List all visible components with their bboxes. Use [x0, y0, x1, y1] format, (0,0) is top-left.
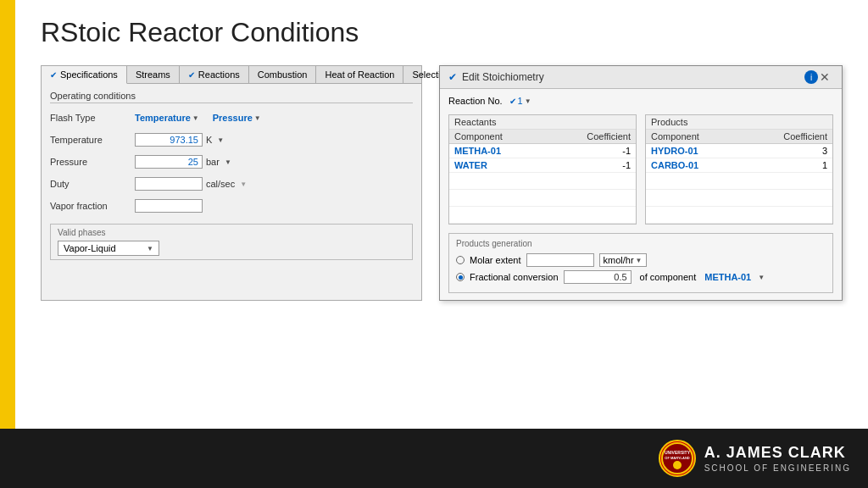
stoichiometry-dialog: ✔ Edit Stoichiometry i ✕ Reaction No. ✔ …: [439, 65, 843, 301]
fractional-conversion-radio[interactable]: [456, 273, 465, 281]
page-title: RStoic Reactor Conditions: [41, 17, 843, 48]
duty-unit-arrow: ▼: [240, 180, 247, 188]
valid-phases-label: Valid phases: [58, 228, 405, 237]
school-main-name: A. JAMES CLARK: [704, 443, 851, 463]
pressure-input[interactable]: [135, 155, 203, 169]
reactant-2-component[interactable]: WATER: [449, 158, 546, 173]
vapor-fraction-input[interactable]: [135, 199, 203, 213]
phases-dropdown[interactable]: Vapor-Liquid ▼: [58, 241, 159, 256]
pressure-unit: bar: [206, 157, 220, 167]
flash-type-value1: Temperature: [135, 113, 191, 123]
check-icon-reactions: ✔: [188, 70, 195, 80]
university-logo: UNIVERSITY OF MARYLAND A. JAMES CLARK SC…: [659, 440, 851, 477]
molar-extent-unit[interactable]: kmol/hr ▼: [599, 253, 647, 267]
left-accent-bar: [0, 0, 15, 488]
close-button[interactable]: ✕: [816, 70, 833, 84]
flash-type-dropdown1[interactable]: Temperature ▼: [135, 113, 199, 123]
table-row-empty1: [646, 173, 832, 190]
flash-type-dropdown2[interactable]: Pressure ▼: [213, 113, 261, 123]
products-group: Products Component Coefficient HYDRO-: [645, 114, 833, 225]
vapor-fraction-label: Vapor fraction: [50, 201, 135, 211]
info-button[interactable]: i: [804, 70, 818, 84]
reactant-2-coefficient: -1: [546, 158, 636, 173]
logo-circle: UNIVERSITY OF MARYLAND: [659, 440, 696, 477]
molar-extent-unit-value: kmol/hr: [604, 255, 634, 265]
table-row-empty2: [449, 190, 636, 207]
product-1-component[interactable]: HYDRO-01: [646, 144, 743, 158]
logo-text: A. JAMES CLARK SCHOOL OF ENGINEERING: [704, 443, 851, 474]
check-icon: ✔: [50, 70, 57, 80]
of-component-label: of component: [640, 272, 697, 282]
svg-text:OF MARYLAND: OF MARYLAND: [665, 456, 690, 460]
reactants-title: Reactants: [449, 115, 636, 130]
duty-label: Duty: [50, 179, 135, 189]
tab-streams[interactable]: Streams: [127, 66, 180, 83]
molar-extent-input[interactable]: [526, 253, 594, 267]
pressure-row: Pressure bar ▼: [50, 152, 413, 171]
panel-content: Operating conditions Flash Type Temperat…: [42, 84, 421, 267]
table-row-empty3: [449, 207, 636, 224]
table-row-empty3: [646, 207, 832, 224]
flash-type-value2: Pressure: [213, 113, 253, 123]
fractional-conversion-input[interactable]: [564, 270, 632, 284]
dialog-content: Reaction No. ✔ 1 ▼ Reactants: [440, 89, 842, 300]
reactants-coefficient-header: Coefficient: [546, 130, 636, 144]
duty-unit: cal/sec: [206, 179, 235, 189]
molar-extent-label: Molar extent: [470, 255, 521, 265]
valid-phases-section: Valid phases Vapor-Liquid ▼: [50, 224, 413, 260]
molar-extent-unit-arrow: ▼: [636, 257, 643, 264]
of-component-value: METHA-01: [704, 272, 751, 282]
reaction-no-label: Reaction No.: [448, 96, 503, 106]
tab-specifications-label: Specifications: [60, 69, 118, 80]
tab-combustion[interactable]: Combustion: [249, 66, 317, 83]
pressure-unit-arrow[interactable]: ▼: [225, 158, 231, 166]
dialog-check-icon: ✔: [448, 71, 457, 83]
reaction-check-icon: ✔: [509, 97, 516, 106]
panels-area: ✔ Specifications Streams ✔ Reactions Com…: [41, 65, 843, 301]
left-panel: ✔ Specifications Streams ✔ Reactions Com…: [41, 65, 422, 301]
footer-bar: UNIVERSITY OF MARYLAND A. JAMES CLARK SC…: [0, 429, 868, 488]
flash-type-row: Flash Type Temperature ▼ Pressure ▼: [50, 108, 413, 127]
molar-extent-row: Molar extent kmol/hr ▼: [456, 253, 826, 267]
product-2-component[interactable]: CARBO-01: [646, 158, 743, 173]
tab-combustion-label: Combustion: [258, 69, 308, 80]
reaction-no-arrow[interactable]: ▼: [525, 97, 531, 105]
products-coefficient-header: Coefficient: [743, 130, 832, 144]
tab-specifications[interactable]: ✔ Specifications: [42, 66, 127, 84]
reactants-group: Reactants Component Coefficient METHA: [448, 114, 637, 225]
tab-reactions[interactable]: ✔ Reactions: [180, 66, 249, 83]
main-content: RStoic Reactor Conditions ✔ Specificatio…: [15, 0, 868, 429]
product-2-coefficient: 1: [743, 158, 832, 173]
reaction-no-row: Reaction No. ✔ 1 ▼: [448, 96, 833, 106]
fractional-conversion-label: Fractional conversion: [470, 272, 559, 282]
temperature-input[interactable]: [135, 133, 203, 147]
svg-text:UNIVERSITY: UNIVERSITY: [665, 450, 691, 455]
table-row: HYDRO-01 3: [646, 144, 832, 158]
dropdown-arrow2: ▼: [254, 114, 261, 122]
temperature-unit-arrow[interactable]: ▼: [217, 136, 224, 144]
dropdown-arrow1: ▼: [192, 114, 199, 122]
tab-heat-of-reaction[interactable]: Heat of Reaction: [316, 66, 403, 83]
duty-input[interactable]: [135, 177, 203, 191]
vapor-fraction-row: Vapor fraction: [50, 197, 413, 215]
products-gen-section: Products generation Molar extent kmol/hr…: [448, 233, 833, 293]
table-row-empty2: [646, 190, 832, 207]
products-title: Products: [646, 115, 832, 130]
temperature-label: Temperature: [50, 135, 135, 145]
tab-reactions-label: Reactions: [198, 69, 240, 80]
flash-type-label: Flash Type: [50, 113, 135, 123]
reactants-component-header: Component: [449, 130, 546, 144]
tab-streams-label: Streams: [136, 69, 170, 80]
molar-extent-radio[interactable]: [456, 256, 465, 264]
component-arrow[interactable]: ▼: [758, 274, 765, 281]
dialog-title: Edit Stoichiometry: [462, 71, 544, 83]
svg-point-3: [673, 461, 682, 469]
table-row: METHA-01 -1: [449, 144, 636, 158]
products-table: Component Coefficient HYDRO-01 3: [646, 130, 832, 224]
table-row-empty1: [449, 173, 636, 190]
duty-row: Duty cal/sec ▼: [50, 175, 413, 193]
stoich-tables: Reactants Component Coefficient METHA: [448, 114, 833, 225]
product-1-coefficient: 3: [743, 144, 832, 158]
reactant-1-component[interactable]: METHA-01: [449, 144, 546, 158]
products-gen-title: Products generation: [456, 239, 826, 248]
